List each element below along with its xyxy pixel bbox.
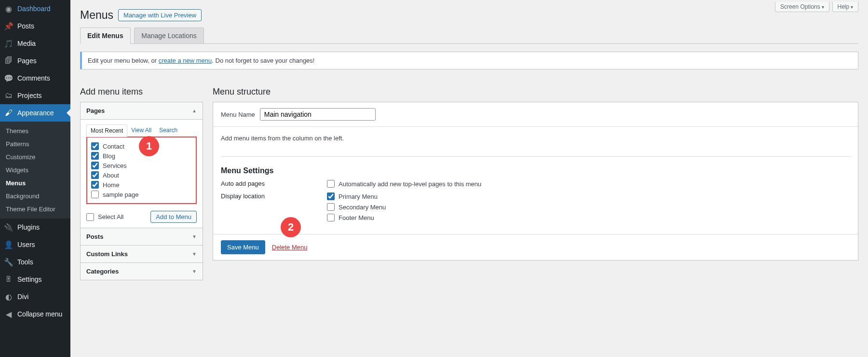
collapse-icon: ◀ (4, 309, 14, 319)
option-label: Automatically add new top-level pages to… (339, 180, 481, 188)
appearance-submenu: Themes Patterns Customize Widgets Menus … (0, 122, 70, 219)
create-new-menu-link[interactable]: create a new menu (159, 57, 212, 64)
sidebar-item-label: Media (17, 40, 36, 47)
sidebar-item-pages[interactable]: 🗐Pages (0, 52, 70, 69)
accordion-title: Categories (86, 268, 119, 275)
sidebar-item-label: Dashboard (17, 5, 51, 13)
nav-tabs: Edit Menus Manage Locations (80, 27, 858, 44)
sidebar-item-label: Collapse menu (17, 310, 62, 318)
annotation-badge-2: 2 (281, 217, 301, 237)
checkbox[interactable] (91, 152, 99, 160)
display-location-label: Display location (221, 192, 327, 200)
page-icon: 🗐 (4, 56, 14, 66)
chevron-down-icon: ▼ (192, 269, 197, 274)
checkbox[interactable] (91, 142, 99, 150)
page-check-about[interactable]: About (91, 170, 192, 180)
checkbox[interactable] (327, 180, 335, 188)
accordion-title: Posts (86, 233, 103, 240)
sidebar-item-comments[interactable]: 💬Comments (0, 69, 70, 87)
page-check-sample[interactable]: sample page (91, 190, 192, 199)
sidebar-item-divi[interactable]: ◐Divi (0, 288, 70, 305)
sidebar-item-label: Divi (17, 293, 28, 301)
chevron-down-icon: ▼ (192, 234, 197, 239)
accordion-header-posts[interactable]: Posts ▼ (81, 228, 203, 245)
checkbox[interactable] (327, 214, 335, 221)
accordion-header-custom-links[interactable]: Custom Links ▼ (81, 246, 203, 262)
submenu-item-widgets[interactable]: Widgets (0, 164, 70, 177)
sidebar-item-label: Comments (17, 74, 50, 82)
sidebar-item-label: Appearance (17, 109, 54, 117)
tab-manage-locations[interactable]: Manage Locations (134, 27, 203, 43)
plug-icon: 🔌 (4, 222, 14, 232)
page-label: About (103, 172, 119, 179)
checkbox[interactable] (91, 171, 99, 179)
notice-text-pre: Edit your menu below, or (88, 57, 159, 64)
submenu-item-customize[interactable]: Customize (0, 151, 70, 164)
checkbox[interactable] (91, 191, 99, 198)
sidebar-item-projects[interactable]: 🗂Projects (0, 87, 70, 104)
checkbox[interactable] (91, 181, 99, 189)
sidebar-item-posts[interactable]: 📌Posts (0, 17, 70, 35)
location-footer[interactable]: Footer Menu (327, 214, 386, 221)
accordion-title: Custom Links (86, 250, 128, 258)
page-check-home[interactable]: Home (91, 180, 192, 190)
accordion-header-categories[interactable]: Categories ▼ (81, 263, 203, 280)
sidebar-item-appearance[interactable]: 🖌Appearance (0, 104, 70, 122)
location-secondary[interactable]: Secondary Menu (327, 203, 386, 211)
add-to-menu-button[interactable]: Add to Menu (150, 211, 197, 223)
annotation-badge-1: 1 (139, 136, 159, 156)
sidebar-item-settings[interactable]: 🎚Settings (0, 271, 70, 288)
delete-menu-link[interactable]: Delete Menu (272, 244, 308, 251)
option-label: Secondary Menu (339, 204, 386, 211)
sidebar-item-plugins[interactable]: 🔌Plugins (0, 219, 70, 236)
accordion-title: Pages (86, 107, 105, 114)
submenu-item-theme-file-editor[interactable]: Theme File Editor (0, 203, 70, 216)
sidebar-item-users[interactable]: 👤Users (0, 236, 70, 253)
sidebar-item-label: Settings (17, 275, 42, 283)
subtab-most-recent[interactable]: Most Recent (86, 124, 127, 137)
sidebar-item-label: Users (17, 241, 35, 248)
wrench-icon: 🔧 (4, 257, 14, 267)
dashboard-icon: ◉ (4, 4, 14, 14)
auto-add-label: Auto add pages (221, 180, 327, 187)
subtab-view-all[interactable]: View All (127, 124, 155, 137)
sidebar-item-label: Projects (17, 92, 42, 99)
help-button[interactable]: Help (832, 2, 858, 12)
sidebar-item-media[interactable]: 🎵Media (0, 35, 70, 52)
accordion-header-pages[interactable]: Pages ▲ (81, 102, 203, 119)
accordion-posts: Posts ▼ (80, 228, 203, 246)
subtab-search[interactable]: Search (155, 124, 181, 137)
accordion-pages: Pages ▲ Most Recent View All Search Cont… (80, 102, 203, 228)
auto-add-option[interactable]: Automatically add new top-level pages to… (327, 180, 481, 188)
chevron-up-icon: ▲ (192, 108, 197, 113)
location-primary[interactable]: Primary Menu (327, 192, 386, 200)
chevron-down-icon: ▼ (192, 251, 197, 257)
sidebar-item-tools[interactable]: 🔧Tools (0, 253, 70, 271)
menu-settings-heading: Menu Settings (221, 166, 850, 175)
menu-name-input[interactable] (260, 108, 376, 121)
live-preview-button[interactable]: Manage with Live Preview (118, 9, 202, 21)
tab-edit-menus[interactable]: Edit Menus (80, 27, 131, 44)
submenu-item-patterns[interactable]: Patterns (0, 137, 70, 151)
notice-text-post: . Do not forget to save your changes! (212, 57, 314, 64)
projects-icon: 🗂 (4, 91, 14, 100)
checkbox[interactable] (86, 213, 94, 221)
submenu-item-background[interactable]: Background (0, 190, 70, 203)
sidebar-item-dashboard[interactable]: ◉Dashboard (0, 0, 70, 17)
page-label: sample page (103, 191, 138, 198)
option-label: Footer Menu (339, 214, 374, 221)
submenu-item-menus[interactable]: Menus (0, 177, 70, 190)
checkbox[interactable] (327, 203, 335, 211)
brush-icon: 🖌 (4, 108, 14, 118)
sidebar-item-collapse[interactable]: ◀Collapse menu (0, 305, 70, 323)
page-label: Services (103, 162, 127, 169)
save-menu-button[interactable]: Save Menu (221, 240, 265, 254)
screen-options-button[interactable]: Screen Options (775, 2, 829, 12)
select-all-label: Select All (98, 213, 123, 220)
select-all[interactable]: Select All (86, 212, 123, 222)
submenu-item-themes[interactable]: Themes (0, 124, 70, 137)
menu-name-label: Menu Name (221, 111, 255, 118)
checkbox[interactable] (327, 192, 335, 200)
page-check-services[interactable]: Services (91, 161, 192, 170)
checkbox[interactable] (91, 162, 99, 169)
